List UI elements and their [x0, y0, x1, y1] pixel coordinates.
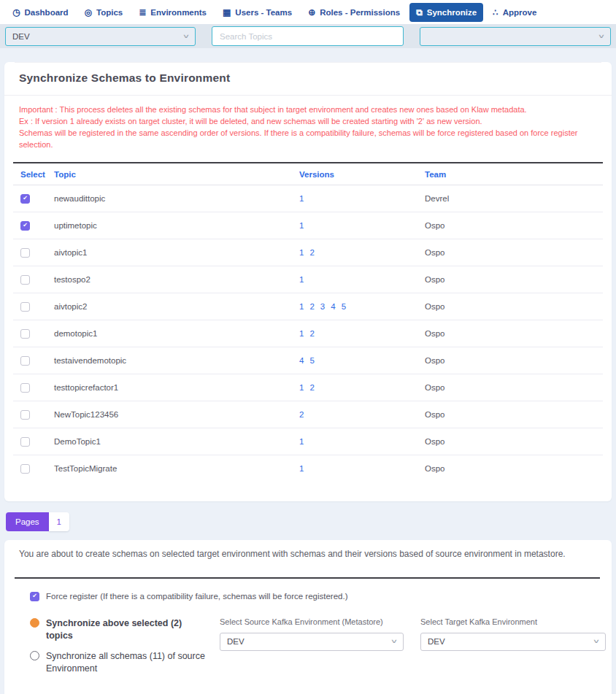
topics-table-wrap: Select Topic Versions Team ✔ newaudittop… — [4, 158, 612, 482]
warning-block: Important : This process deletes all the… — [4, 96, 612, 158]
topic-versions: 12345 — [299, 293, 425, 320]
topic-versions: 12 — [299, 320, 425, 347]
table-row: testaivendemotopic 45 Ospo — [13, 347, 603, 374]
pagination: Pages 1 — [6, 512, 616, 531]
nav-item-label: Topics — [96, 8, 123, 17]
table-row: testospo2 1 Ospo — [13, 266, 603, 293]
nav-item-dashboard[interactable]: ◷ Dashboard — [6, 3, 75, 22]
version-link[interactable]: 2 — [309, 248, 314, 257]
version-link[interactable]: 2 — [309, 383, 314, 392]
table-row: TestTopicMigrate 1 Ospo — [13, 455, 603, 482]
source-env-label: Select Source Kafka Environment (Metasto… — [220, 617, 404, 626]
users-teams-icon: ▦ — [223, 8, 231, 17]
check-icon: ✔ — [23, 196, 28, 201]
topic-name: uptimetopic — [54, 212, 299, 239]
sync-options-row: Synchronize above selected (2) topics Sy… — [4, 617, 612, 683]
version-link[interactable]: 2 — [309, 302, 314, 311]
version-link[interactable]: 2 — [299, 410, 304, 419]
version-link[interactable]: 1 — [299, 194, 304, 203]
chevron-down-icon: ∨ — [182, 33, 190, 39]
sync-all-radio[interactable] — [30, 651, 39, 660]
nav-item-environments[interactable]: ≣ Environments — [132, 3, 213, 22]
sync-all-label: Synchronize all schemas (11) of source E… — [46, 650, 211, 675]
topic-select-checkbox[interactable] — [20, 464, 30, 474]
topic-select-checkbox[interactable] — [20, 410, 30, 420]
nav-item-label: Synchronize — [427, 8, 477, 17]
top-nav: ◷ Dashboard ◎ Topics ≣ Environments ▦ Us… — [0, 0, 616, 24]
topic-team: Ospo — [425, 455, 603, 482]
topic-select-checkbox[interactable]: ✔ — [20, 221, 30, 231]
version-link[interactable]: 4 — [331, 302, 335, 311]
topic-name: testospo2 — [54, 266, 299, 293]
topic-name: NewTopic123456 — [54, 401, 299, 428]
table-row: ✔ newaudittopic 1 Devrel — [13, 185, 603, 212]
column-header-select: Select — [13, 163, 54, 185]
warning-text: Schemas will be registered in the same a… — [19, 127, 597, 150]
nav-item-approve[interactable]: ∴ Approve — [486, 3, 543, 22]
column-header-team: Team — [425, 163, 603, 185]
topic-select-checkbox[interactable] — [20, 437, 30, 447]
topic-team: Ospo — [425, 266, 603, 293]
version-link[interactable]: 4 — [299, 356, 304, 365]
nav-item-roles-permissions[interactable]: ⊕ Roles - Permissions — [301, 3, 407, 22]
nav-item-users-teams[interactable]: ▦ Users - Teams — [216, 3, 299, 22]
table-row: testtopicrefactor1 12 Ospo — [13, 374, 603, 401]
sync-selected-radio[interactable] — [30, 618, 39, 628]
force-register-checkbox[interactable]: ✔ — [30, 592, 39, 601]
version-link[interactable]: 1 — [299, 275, 304, 284]
topic-select-checkbox[interactable] — [20, 356, 30, 366]
table-row: aivtopic2 12345 Ospo — [13, 293, 603, 320]
environments-icon: ≣ — [139, 8, 146, 17]
topic-select-checkbox[interactable] — [20, 302, 30, 312]
roles-permissions-icon: ⊕ — [308, 8, 315, 17]
page-button-1[interactable]: 1 — [49, 512, 69, 531]
target-env-field: Select Target Kafka Environment DEV ∨ — [420, 617, 606, 683]
force-register-row: ✔ Force register (If there is a compatib… — [30, 592, 612, 601]
nav-item-label: Environments — [150, 8, 207, 17]
version-link[interactable]: 1 — [299, 221, 304, 230]
version-link[interactable]: 1 — [299, 329, 304, 338]
table-row: DemoTopic1 1 Ospo — [13, 428, 603, 455]
source-env-select[interactable]: DEV ∨ — [220, 633, 404, 651]
topic-select-checkbox[interactable] — [20, 383, 30, 393]
sync-all-option: Synchronize all schemas (11) of source E… — [30, 650, 211, 675]
source-env-field: Select Source Kafka Environment (Metasto… — [220, 617, 404, 683]
table-row: aivtopic1 12 Ospo — [13, 239, 603, 266]
version-link[interactable]: 2 — [309, 329, 314, 338]
team-filter-select[interactable]: ∨ — [420, 27, 611, 46]
version-link[interactable]: 1 — [299, 464, 304, 473]
version-link[interactable]: 1 — [299, 302, 304, 311]
topic-versions: 1 — [299, 185, 425, 212]
topic-versions: 1 — [299, 428, 425, 455]
topic-team: Ospo — [425, 374, 603, 401]
topic-select-checkbox[interactable] — [20, 248, 30, 258]
nav-item-label: Approve — [503, 8, 537, 17]
version-link[interactable]: 1 — [299, 248, 304, 257]
version-link[interactable]: 3 — [320, 302, 325, 311]
environment-filter-select[interactable]: DEV ∨ — [5, 27, 196, 46]
sync-scope-options: Synchronize above selected (2) topics Sy… — [30, 617, 211, 683]
version-link[interactable]: 1 — [299, 437, 304, 446]
sync-selected-label: Synchronize above selected (2) topics — [46, 617, 211, 642]
topic-select-checkbox[interactable]: ✔ — [20, 194, 30, 204]
environment-filter-value: DEV — [12, 32, 30, 41]
topic-versions: 1 — [299, 266, 425, 293]
nav-item-synchronize[interactable]: ⧉ Synchronize — [409, 3, 483, 22]
topic-team: Ospo — [425, 239, 603, 266]
topic-name: testaivendemotopic — [54, 347, 299, 374]
search-topics-input[interactable] — [212, 26, 404, 46]
target-env-select[interactable]: DEV ∨ — [420, 633, 606, 651]
version-link[interactable]: 1 — [299, 383, 304, 392]
topic-name: DemoTopic1 — [54, 428, 299, 455]
topic-versions: 1 — [299, 455, 425, 482]
nav-item-label: Roles - Permissions — [320, 8, 400, 17]
topic-select-checkbox[interactable] — [20, 329, 30, 339]
page-title: Synchronize Schemas to Environment — [4, 63, 612, 95]
version-link[interactable]: 5 — [309, 356, 314, 365]
table-row: ✔ uptimetopic 1 Ospo — [13, 212, 603, 239]
chevron-down-icon: ∨ — [598, 33, 605, 39]
version-link[interactable]: 5 — [342, 302, 346, 311]
approve-icon: ∴ — [493, 8, 498, 17]
nav-item-topics[interactable]: ◎ Topics — [78, 3, 130, 22]
topic-select-checkbox[interactable] — [20, 275, 30, 285]
